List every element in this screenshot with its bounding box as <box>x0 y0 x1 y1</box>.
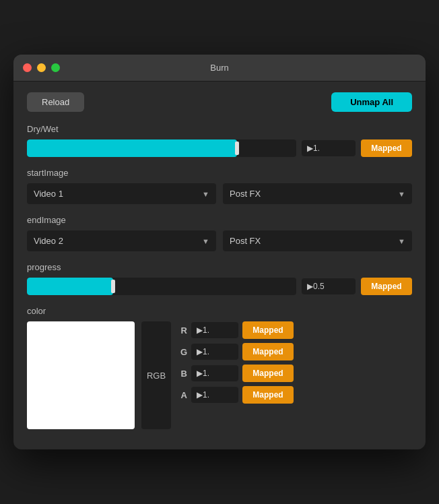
color-channels: R ▶1. Mapped G ▶1. Mapped <box>178 321 412 404</box>
main-window: Burn Reload Unmap All Dry/Wet ▶1. Mapped <box>13 55 426 449</box>
channel-r-mapped-button[interactable]: Mapped <box>242 321 294 339</box>
unmap-all-button[interactable]: Unmap All <box>331 92 412 112</box>
end-image-fx-dropdown[interactable]: Post FX ▼ <box>223 230 412 251</box>
dry-wet-label: Dry/Wet <box>27 124 412 134</box>
color-label: color <box>27 306 412 316</box>
end-image-source-dropdown[interactable]: Video 2 ▼ <box>27 230 216 251</box>
start-image-fx-dropdown[interactable]: Post FX ▼ <box>223 183 412 204</box>
progress-value[interactable]: ▶0.5 <box>302 278 356 294</box>
color-rgb-label: RGB <box>141 321 171 429</box>
channel-g-label: G <box>178 347 187 357</box>
chevron-down-icon: ▼ <box>398 237 405 245</box>
close-button[interactable] <box>23 63 32 72</box>
start-image-label: startImage <box>27 168 412 178</box>
progress-slider[interactable] <box>27 278 296 295</box>
top-buttons: Reload Unmap All <box>27 92 412 112</box>
color-preview[interactable] <box>27 321 135 429</box>
minimize-button[interactable] <box>37 63 46 72</box>
channel-r-value[interactable]: ▶1. <box>191 322 238 338</box>
channel-b-label: B <box>178 369 187 379</box>
channel-r-label: R <box>178 325 187 336</box>
channel-g-mapped-button[interactable]: Mapped <box>242 343 294 360</box>
end-image-dropdowns: Video 2 ▼ Post FX ▼ <box>27 230 412 251</box>
start-image-section: startImage Video 1 ▼ Post FX ▼ <box>27 168 412 204</box>
chevron-down-icon: ▼ <box>398 190 405 198</box>
chevron-down-icon: ▼ <box>202 190 209 198</box>
titlebar: Burn <box>13 55 426 82</box>
end-image-section: endImage Video 2 ▼ Post FX ▼ <box>27 215 412 251</box>
dry-wet-handle <box>235 141 239 155</box>
progress-controls: ▶0.5 Mapped <box>27 278 412 295</box>
window-title: Burn <box>210 63 228 73</box>
reload-button[interactable]: Reload <box>27 92 84 112</box>
maximize-button[interactable] <box>51 63 60 72</box>
channel-b-row: B ▶1. Mapped <box>178 365 412 382</box>
start-image-dropdowns: Video 1 ▼ Post FX ▼ <box>27 183 412 204</box>
channel-g-value[interactable]: ▶1. <box>191 344 238 360</box>
main-content: Reload Unmap All Dry/Wet ▶1. Mapped star… <box>13 82 426 449</box>
channel-r-row: R ▶1. Mapped <box>178 321 412 339</box>
start-image-source-dropdown[interactable]: Video 1 ▼ <box>27 183 216 204</box>
progress-handle <box>111 280 115 293</box>
dry-wet-mapped-button[interactable]: Mapped <box>361 139 412 157</box>
channel-b-mapped-button[interactable]: Mapped <box>242 365 294 382</box>
color-section: color RGB R ▶1. Mapped G <box>27 306 412 429</box>
dry-wet-value[interactable]: ▶1. <box>302 140 356 156</box>
channel-g-row: G ▶1. Mapped <box>178 343 412 360</box>
channel-a-label: A <box>178 390 187 400</box>
end-image-label: endImage <box>27 215 412 225</box>
channel-a-mapped-button[interactable]: Mapped <box>242 386 294 404</box>
dry-wet-slider[interactable] <box>27 139 296 157</box>
channel-a-row: A ▶1. Mapped <box>178 386 412 404</box>
dry-wet-fill <box>27 139 237 157</box>
traffic-lights <box>23 63 60 72</box>
chevron-down-icon: ▼ <box>202 237 209 245</box>
color-row: RGB R ▶1. Mapped G ▶1. <box>27 321 412 429</box>
channel-b-value[interactable]: ▶1. <box>191 365 238 381</box>
channel-a-value[interactable]: ▶1. <box>191 387 238 403</box>
progress-mapped-button[interactable]: Mapped <box>361 278 412 295</box>
progress-section: progress ▶0.5 Mapped <box>27 262 412 295</box>
dry-wet-section: Dry/Wet ▶1. Mapped <box>27 124 412 157</box>
dry-wet-controls: ▶1. Mapped <box>27 139 412 157</box>
progress-label: progress <box>27 262 412 272</box>
progress-fill <box>27 278 113 295</box>
